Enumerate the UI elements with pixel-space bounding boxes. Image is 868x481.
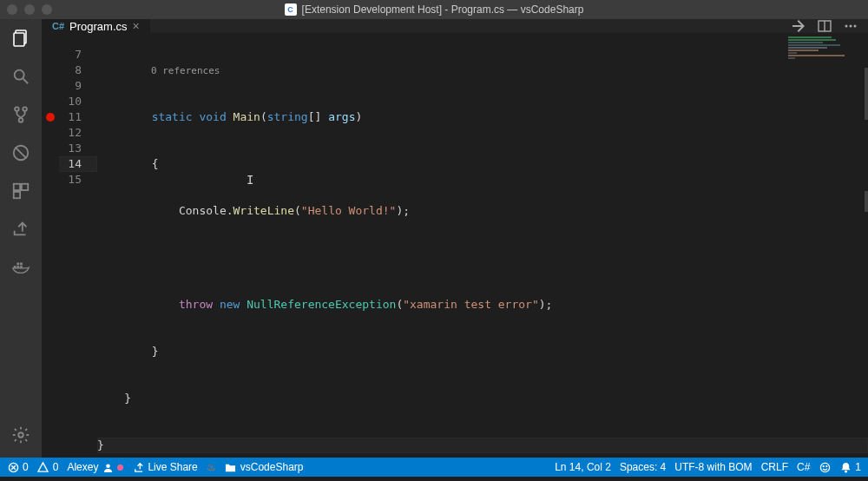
svg-point-23 — [854, 25, 857, 28]
titlebar: C [Extension Development Host] - Program… — [0, 0, 868, 19]
svg-rect-16 — [16, 263, 19, 266]
svg-rect-11 — [14, 192, 20, 198]
settings-gear-icon[interactable] — [10, 425, 31, 445]
debug-icon[interactable] — [10, 142, 31, 163]
svg-rect-17 — [20, 263, 23, 266]
extensions-icon[interactable] — [10, 181, 31, 201]
tab-label: Program.cs — [69, 20, 127, 33]
line-number: 7 — [59, 47, 97, 63]
error-count: 0 — [23, 461, 29, 473]
codelens[interactable]: 0 references — [97, 64, 868, 78]
scrollbar[interactable] — [865, 68, 868, 120]
svg-point-4 — [15, 107, 19, 111]
explorer-icon[interactable] — [10, 28, 31, 49]
code-content[interactable]: 0 references static void Main(string[] a… — [97, 33, 868, 481]
svg-point-21 — [845, 25, 848, 28]
activity-bar — [0, 19, 42, 458]
svg-point-22 — [850, 25, 852, 28]
code-line[interactable] — [97, 250, 868, 266]
split-editor-icon[interactable] — [818, 19, 832, 33]
tab-program-cs[interactable]: C# Program.cs × — [42, 19, 151, 33]
svg-rect-9 — [14, 184, 20, 190]
minimize-window[interactable] — [24, 4, 35, 15]
line-number: 13 — [59, 141, 97, 156]
more-actions-icon[interactable] — [844, 19, 858, 33]
minimap[interactable] — [788, 36, 858, 63]
scrollbar-marker — [865, 191, 868, 212]
diff-icon[interactable] — [792, 19, 806, 33]
cs-file-icon: C# — [52, 21, 64, 31]
line-number: 8 — [59, 63, 97, 78]
svg-point-2 — [15, 70, 24, 80]
svg-line-3 — [23, 79, 29, 84]
code-line[interactable]: throw new NullReferenceException("xamari… — [97, 297, 868, 313]
close-window[interactable] — [7, 4, 17, 15]
line-number: 11 — [59, 109, 97, 125]
maximize-window[interactable] — [42, 4, 52, 15]
title-text: [Extension Development Host] - Program.c… — [302, 3, 584, 16]
window-controls[interactable] — [7, 4, 52, 15]
line-number: 15 — [59, 172, 97, 188]
errors-item[interactable]: 0 — [7, 461, 29, 473]
close-tab-icon[interactable]: × — [133, 19, 140, 33]
window-title: C [Extension Development Host] - Program… — [285, 3, 584, 16]
code-line-current[interactable]: } — [97, 438, 868, 453]
svg-point-5 — [23, 107, 27, 111]
docker-icon[interactable] — [10, 257, 31, 278]
text-cursor-icon: I — [247, 172, 253, 188]
editor-zone: C# Program.cs × 7 8 9 — [42, 19, 868, 458]
svg-point-18 — [18, 432, 23, 438]
code-line[interactable]: { — [97, 156, 868, 172]
svg-line-8 — [16, 148, 27, 159]
cs-file-icon: C — [285, 3, 297, 16]
editor-body[interactable]: 7 8 9 10 11 12 13 14 15 0 references sta… — [42, 33, 868, 481]
search-icon[interactable] — [10, 66, 31, 87]
svg-point-6 — [19, 118, 23, 122]
line-number: 9 — [59, 78, 97, 94]
code-line[interactable]: } — [97, 391, 868, 406]
line-number: 12 — [59, 125, 97, 141]
code-line[interactable]: } — [97, 344, 868, 359]
tab-bar: C# Program.cs × — [42, 19, 868, 33]
source-control-icon[interactable] — [10, 104, 31, 125]
line-number: 10 — [59, 94, 97, 109]
editor-actions — [792, 19, 868, 33]
code-line[interactable]: Console.WriteLine("Hello World!"); — [97, 203, 868, 219]
line-number: 14 — [59, 156, 97, 172]
breakpoint-icon[interactable] — [46, 113, 55, 122]
error-icon — [7, 461, 19, 473]
share-icon[interactable] — [10, 219, 31, 240]
svg-rect-1 — [14, 33, 24, 46]
svg-rect-10 — [22, 184, 28, 190]
code-line[interactable]: static void Main(string[] args) — [97, 109, 868, 125]
